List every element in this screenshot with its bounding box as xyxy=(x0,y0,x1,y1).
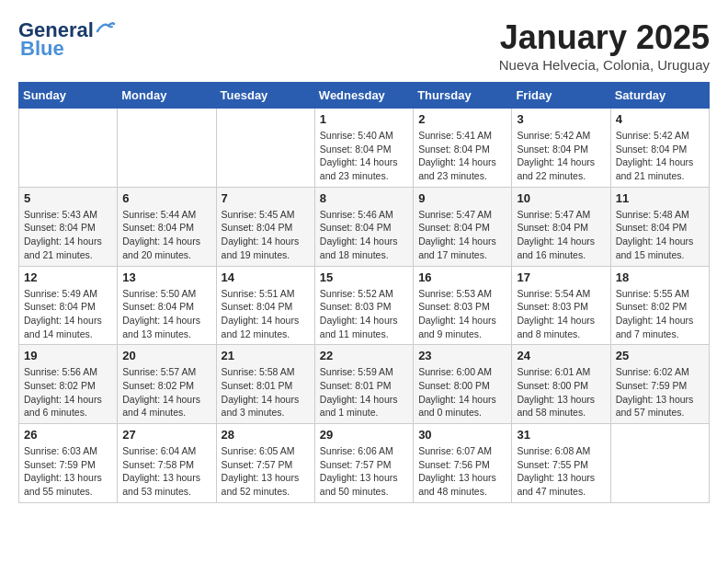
col-header-wednesday: Wednesday xyxy=(314,83,413,109)
calendar-cell xyxy=(216,109,314,188)
day-number: 14 xyxy=(222,270,310,284)
day-info: Sunrise: 5:53 AM Sunset: 8:03 PM Dayligh… xyxy=(418,287,506,341)
day-number: 12 xyxy=(24,270,112,284)
calendar-cell: 2Sunrise: 5:41 AM Sunset: 8:04 PM Daylig… xyxy=(414,109,512,188)
day-info: Sunrise: 5:47 AM Sunset: 8:04 PM Dayligh… xyxy=(517,208,605,262)
day-number: 11 xyxy=(616,191,704,205)
day-number: 2 xyxy=(418,112,506,126)
day-info: Sunrise: 5:42 AM Sunset: 8:04 PM Dayligh… xyxy=(517,129,605,183)
calendar-cell: 22Sunrise: 5:59 AM Sunset: 8:01 PM Dayli… xyxy=(314,345,413,424)
calendar-cell: 27Sunrise: 6:04 AM Sunset: 7:58 PM Dayli… xyxy=(118,424,216,503)
calendar-cell: 11Sunrise: 5:48 AM Sunset: 8:04 PM Dayli… xyxy=(610,187,709,266)
day-info: Sunrise: 5:43 AM Sunset: 8:04 PM Dayligh… xyxy=(24,208,112,262)
calendar-cell: 19Sunrise: 5:56 AM Sunset: 8:02 PM Dayli… xyxy=(19,345,118,424)
day-info: Sunrise: 5:55 AM Sunset: 8:02 PM Dayligh… xyxy=(616,287,704,341)
day-number: 5 xyxy=(24,191,112,205)
day-info: Sunrise: 5:54 AM Sunset: 8:03 PM Dayligh… xyxy=(517,287,605,341)
calendar-cell: 25Sunrise: 6:02 AM Sunset: 7:59 PM Dayli… xyxy=(610,345,709,424)
day-info: Sunrise: 5:48 AM Sunset: 8:04 PM Dayligh… xyxy=(616,208,704,262)
calendar-week-row: 19Sunrise: 5:56 AM Sunset: 8:02 PM Dayli… xyxy=(19,345,710,424)
calendar-cell: 28Sunrise: 6:05 AM Sunset: 7:57 PM Dayli… xyxy=(216,424,314,503)
calendar-cell xyxy=(610,424,709,503)
day-info: Sunrise: 5:57 AM Sunset: 8:02 PM Dayligh… xyxy=(122,365,210,419)
day-number: 31 xyxy=(517,428,605,442)
calendar-cell: 8Sunrise: 5:46 AM Sunset: 8:04 PM Daylig… xyxy=(314,187,413,266)
day-number: 4 xyxy=(616,112,704,126)
calendar-cell: 17Sunrise: 5:54 AM Sunset: 8:03 PM Dayli… xyxy=(512,266,610,345)
day-info: Sunrise: 6:03 AM Sunset: 7:59 PM Dayligh… xyxy=(24,444,112,499)
day-number: 9 xyxy=(418,191,506,205)
day-info: Sunrise: 5:56 AM Sunset: 8:02 PM Dayligh… xyxy=(24,365,112,419)
calendar-cell: 10Sunrise: 5:47 AM Sunset: 8:04 PM Dayli… xyxy=(512,187,610,266)
day-number: 19 xyxy=(24,349,112,362)
day-info: Sunrise: 6:06 AM Sunset: 7:57 PM Dayligh… xyxy=(320,444,408,499)
col-header-thursday: Thursday xyxy=(414,83,512,109)
calendar-cell: 20Sunrise: 5:57 AM Sunset: 8:02 PM Dayli… xyxy=(118,345,216,424)
day-number: 27 xyxy=(122,428,210,442)
col-header-sunday: Sunday xyxy=(19,83,118,109)
calendar-week-row: 26Sunrise: 6:03 AM Sunset: 7:59 PM Dayli… xyxy=(19,424,710,503)
day-number: 22 xyxy=(320,349,408,362)
day-number: 1 xyxy=(320,112,408,126)
calendar-week-row: 5Sunrise: 5:43 AM Sunset: 8:04 PM Daylig… xyxy=(19,187,710,266)
day-info: Sunrise: 5:46 AM Sunset: 8:04 PM Dayligh… xyxy=(320,208,408,262)
day-number: 13 xyxy=(122,270,210,284)
location-subtitle: Nueva Helvecia, Colonia, Uruguay xyxy=(499,57,710,73)
day-info: Sunrise: 5:51 AM Sunset: 8:04 PM Dayligh… xyxy=(222,287,310,341)
calendar-cell: 5Sunrise: 5:43 AM Sunset: 8:04 PM Daylig… xyxy=(19,187,118,266)
calendar-cell: 13Sunrise: 5:50 AM Sunset: 8:04 PM Dayli… xyxy=(118,266,216,345)
day-info: Sunrise: 6:01 AM Sunset: 8:00 PM Dayligh… xyxy=(517,365,605,419)
day-number: 3 xyxy=(517,112,605,126)
calendar-cell: 3Sunrise: 5:42 AM Sunset: 8:04 PM Daylig… xyxy=(512,109,610,188)
day-number: 8 xyxy=(320,191,408,205)
day-number: 24 xyxy=(517,349,605,362)
day-number: 7 xyxy=(222,191,310,205)
day-info: Sunrise: 5:47 AM Sunset: 8:04 PM Dayligh… xyxy=(418,208,506,262)
day-number: 29 xyxy=(320,428,408,442)
col-header-monday: Monday xyxy=(118,83,216,109)
day-number: 16 xyxy=(418,270,506,284)
col-header-friday: Friday xyxy=(512,83,610,109)
logo-blue-text: Blue xyxy=(20,37,64,61)
day-number: 30 xyxy=(418,428,506,442)
calendar-cell: 14Sunrise: 5:51 AM Sunset: 8:04 PM Dayli… xyxy=(216,266,314,345)
day-info: Sunrise: 6:08 AM Sunset: 7:55 PM Dayligh… xyxy=(517,444,605,499)
page-header: General Blue January 2025 Nueva Helvecia… xyxy=(18,18,710,73)
calendar-cell: 18Sunrise: 5:55 AM Sunset: 8:02 PM Dayli… xyxy=(610,266,709,345)
calendar-cell xyxy=(118,109,216,188)
day-info: Sunrise: 5:40 AM Sunset: 8:04 PM Dayligh… xyxy=(320,129,408,183)
day-info: Sunrise: 6:05 AM Sunset: 7:57 PM Dayligh… xyxy=(222,444,310,499)
day-number: 15 xyxy=(320,270,408,284)
day-number: 28 xyxy=(222,428,310,442)
calendar-cell: 21Sunrise: 5:58 AM Sunset: 8:01 PM Dayli… xyxy=(216,345,314,424)
calendar-week-row: 12Sunrise: 5:49 AM Sunset: 8:04 PM Dayli… xyxy=(19,266,710,345)
calendar-cell: 24Sunrise: 6:01 AM Sunset: 8:00 PM Dayli… xyxy=(512,345,610,424)
calendar-header-row: SundayMondayTuesdayWednesdayThursdayFrid… xyxy=(19,83,710,109)
calendar-cell: 12Sunrise: 5:49 AM Sunset: 8:04 PM Dayli… xyxy=(19,266,118,345)
logo: General Blue xyxy=(18,18,116,61)
calendar-cell: 1Sunrise: 5:40 AM Sunset: 8:04 PM Daylig… xyxy=(314,109,413,188)
day-info: Sunrise: 6:00 AM Sunset: 8:00 PM Dayligh… xyxy=(418,365,506,419)
day-number: 25 xyxy=(616,349,704,362)
day-info: Sunrise: 5:58 AM Sunset: 8:01 PM Dayligh… xyxy=(222,365,310,419)
day-number: 6 xyxy=(122,191,210,205)
day-number: 21 xyxy=(222,349,310,362)
day-info: Sunrise: 5:52 AM Sunset: 8:03 PM Dayligh… xyxy=(320,287,408,341)
day-info: Sunrise: 5:49 AM Sunset: 8:04 PM Dayligh… xyxy=(24,287,112,341)
calendar-cell: 15Sunrise: 5:52 AM Sunset: 8:03 PM Dayli… xyxy=(314,266,413,345)
calendar-cell: 4Sunrise: 5:42 AM Sunset: 8:04 PM Daylig… xyxy=(610,109,709,188)
day-info: Sunrise: 6:04 AM Sunset: 7:58 PM Dayligh… xyxy=(122,444,210,499)
day-info: Sunrise: 5:59 AM Sunset: 8:01 PM Dayligh… xyxy=(320,365,408,419)
calendar-cell: 26Sunrise: 6:03 AM Sunset: 7:59 PM Dayli… xyxy=(19,424,118,503)
day-info: Sunrise: 5:45 AM Sunset: 8:04 PM Dayligh… xyxy=(222,208,310,262)
day-info: Sunrise: 5:41 AM Sunset: 8:04 PM Dayligh… xyxy=(418,129,506,183)
calendar-week-row: 1Sunrise: 5:40 AM Sunset: 8:04 PM Daylig… xyxy=(19,109,710,188)
day-info: Sunrise: 6:02 AM Sunset: 7:59 PM Dayligh… xyxy=(616,365,704,419)
calendar-cell: 6Sunrise: 5:44 AM Sunset: 8:04 PM Daylig… xyxy=(118,187,216,266)
day-info: Sunrise: 5:42 AM Sunset: 8:04 PM Dayligh… xyxy=(616,129,704,183)
day-number: 18 xyxy=(616,270,704,284)
calendar-cell: 23Sunrise: 6:00 AM Sunset: 8:00 PM Dayli… xyxy=(414,345,512,424)
day-info: Sunrise: 5:50 AM Sunset: 8:04 PM Dayligh… xyxy=(122,287,210,341)
calendar-cell: 30Sunrise: 6:07 AM Sunset: 7:56 PM Dayli… xyxy=(414,424,512,503)
day-number: 26 xyxy=(24,428,112,442)
